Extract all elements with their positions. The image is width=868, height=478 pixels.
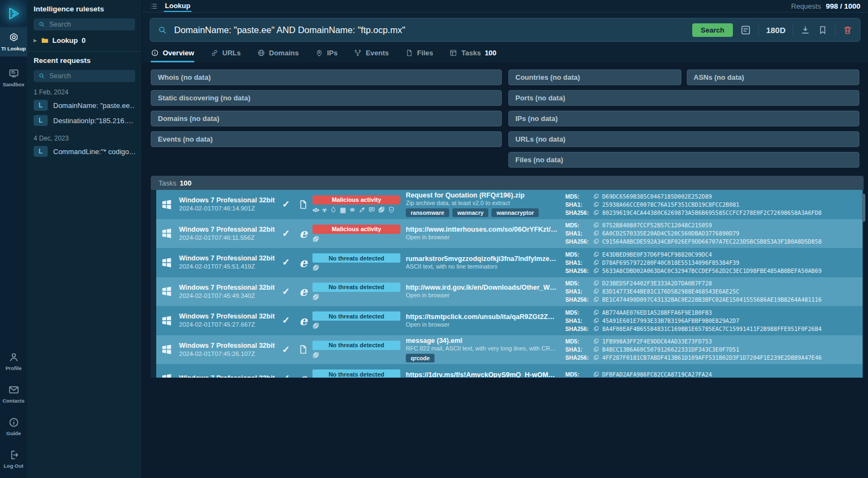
rail-item-label: Log Out <box>4 463 23 469</box>
tab-label: Tasks <box>461 49 481 57</box>
rail-item-profile[interactable]: Profile <box>0 347 27 376</box>
tab-domains[interactable]: Domains <box>257 49 299 62</box>
ie-browser-icon: e <box>299 286 308 297</box>
hash-label: MD5: <box>565 221 590 229</box>
rail-item-guide[interactable]: Guide <box>0 412 27 441</box>
tab-events[interactable]: Events <box>354 49 389 62</box>
ie-browser-icon: e <box>299 228 308 239</box>
query-builder-icon[interactable] <box>740 24 751 36</box>
panel-files[interactable]: Files (no data) <box>508 152 859 168</box>
app-logo[interactable] <box>0 0 27 27</box>
panel-asns[interactable]: ASNs (no data) <box>687 69 860 85</box>
copy-icon[interactable] <box>593 209 599 216</box>
panel-ips[interactable]: IPs (no data) <box>508 111 859 126</box>
task-row[interactable]: Windows 7 Professional 32bit2024-02-01T0… <box>156 248 863 277</box>
copy-icon[interactable] <box>593 193 599 200</box>
rail-item-label: TI Lookup <box>1 46 25 52</box>
task-row[interactable]: Windows 7 Professional 32bit2024-02-01T0… <box>156 190 863 219</box>
rail-item-sandbox[interactable]: Sandbox <box>0 63 27 92</box>
panel-urls[interactable]: URLs (no data) <box>508 131 859 147</box>
copy-icon[interactable] <box>593 251 599 258</box>
hash-label: MD5: <box>565 193 590 200</box>
copy-icon[interactable] <box>593 326 599 332</box>
rail-item-contacts[interactable]: Contacts <box>0 379 27 409</box>
hash-label: SHA256: <box>565 209 590 216</box>
copy-icon[interactable] <box>593 238 599 245</box>
trash-icon[interactable] <box>843 25 853 35</box>
task-name[interactable]: Request for Quotation (RFQ#196).zip <box>406 192 558 200</box>
copy-icon[interactable] <box>593 317 599 324</box>
copy-icon[interactable] <box>593 371 599 378</box>
panel-whois[interactable]: Whois (no data) <box>151 69 502 85</box>
tag-badge[interactable]: qrcode <box>406 354 435 362</box>
panel-countries[interactable]: Countries (no data) <box>508 69 681 85</box>
lookup-folder-row[interactable]: ▸ Lookup 0 <box>34 36 135 44</box>
task-icon-strip <box>312 235 399 243</box>
search-button[interactable]: Search <box>692 23 733 37</box>
copy-icon[interactable] <box>593 296 599 303</box>
bookmark-icon[interactable] <box>818 25 828 35</box>
sandbox-icon <box>8 68 20 79</box>
recent-request-item[interactable]: LCommandLine:"* codigo… <box>34 144 135 159</box>
rail-item-logout[interactable]: Log Out <box>0 444 27 474</box>
query-segment: paste.ee <box>237 25 271 35</box>
tab-overview[interactable]: Overview <box>151 49 194 62</box>
tag-badge[interactable]: wannacry <box>452 208 488 217</box>
recent-request-item[interactable]: LDestinationIp:"185.216.… <box>34 113 135 128</box>
panel-events[interactable]: Events (no data) <box>151 131 502 147</box>
copy-icon[interactable] <box>593 309 599 316</box>
hash-value: AB774AAE076ED1A528BFFA6F9E1B0FB3 <box>602 309 712 316</box>
rail-item-ti-lookup[interactable]: TI Lookup <box>0 27 27 56</box>
task-name[interactable]: https://tsmtpclick.com/unsub/ita/qaR9ZGt… <box>406 313 558 321</box>
tab-ips[interactable]: IPs <box>315 49 338 62</box>
task-timestamp: 2024-02-01T07:45:51.419Z <box>179 263 275 270</box>
copy-icon[interactable] <box>593 201 599 208</box>
recent-search-input[interactable] <box>49 72 131 80</box>
copy-icon[interactable] <box>593 267 599 274</box>
caret-right-icon[interactable]: ▸ <box>34 37 37 44</box>
copy-icon[interactable] <box>593 346 599 353</box>
copy-icon[interactable] <box>593 354 599 361</box>
panel-ports[interactable]: Ports (no data) <box>508 90 859 106</box>
recent-request-item[interactable]: LDomainName: "paste.ee… <box>34 98 135 113</box>
task-name[interactable]: rumarkstror5mvgzzodqizofkji3fna7lndfylmz… <box>406 255 558 263</box>
task-row[interactable]: Windows 7 Professional 32bit2024-02-01T0… <box>156 335 863 365</box>
copy-icon[interactable] <box>593 280 599 286</box>
tab-label: Events <box>366 49 389 57</box>
hash-label: SHA256: <box>565 354 590 361</box>
hash-value: D78AF6957972280F40C018E55134096F85384F39 <box>602 259 739 266</box>
tab-urls[interactable]: URLs <box>210 49 241 62</box>
period-selector[interactable]: 180D <box>766 26 786 35</box>
hash-label: SHA1: <box>565 259 590 266</box>
download-icon[interactable] <box>800 25 810 35</box>
panel-domains[interactable]: Domains (no data) <box>151 111 502 126</box>
task-name[interactable]: message (34).eml <box>406 337 558 345</box>
ie-browser-icon: e <box>299 257 308 268</box>
task-name[interactable]: https://www.intterhouses.com/so/06OrYFKz… <box>406 226 558 234</box>
task-name[interactable]: http://www.ird.gov.lk/en/Downloads/Other… <box>406 284 558 292</box>
copy-icon[interactable] <box>593 338 599 345</box>
list-menu-icon[interactable] <box>150 2 158 10</box>
panel-static[interactable]: Static discovering (no data) <box>151 90 502 106</box>
tag-badge[interactable]: wannacryptor <box>492 208 539 217</box>
hash-label: SHA256: <box>565 325 590 333</box>
tab-files[interactable]: Files <box>405 49 433 62</box>
task-row[interactable]: Windows 7 Professional 32bit✓eNo threats… <box>156 364 863 378</box>
topbar-tab-lookup[interactable]: Lookup <box>164 0 192 12</box>
copy-icon[interactable] <box>593 288 599 295</box>
tag-badge[interactable]: ransomware <box>406 208 449 217</box>
ie-browser-icon: e <box>299 315 308 326</box>
task-row[interactable]: Windows 7 Professional 32bit2024-02-01T0… <box>156 306 863 335</box>
search-query-input[interactable]: DomainName: "paste.ee" AND DomainName: "… <box>174 25 686 35</box>
tab-tasks[interactable]: Tasks100 <box>449 49 496 62</box>
task-row[interactable]: Windows 7 Professional 32bit2024-02-01T0… <box>156 219 863 248</box>
tasks-scrollbar-thumb[interactable] <box>862 194 865 222</box>
task-name[interactable]: https://1drv.ms/f/s!AmvckOpyS9mQ_H-wOM95… <box>406 371 558 378</box>
copy-icon[interactable] <box>593 259 599 266</box>
task-row[interactable]: Windows 7 Professional 32bit2024-02-01T0… <box>156 277 863 307</box>
no-data-panel-grid: Whois (no data)Static discovering (no da… <box>151 69 859 168</box>
copy-icon[interactable] <box>593 222 599 228</box>
rulesets-search-input[interactable] <box>49 21 131 28</box>
rulesets-search <box>34 18 135 30</box>
copy-icon[interactable] <box>593 230 599 237</box>
